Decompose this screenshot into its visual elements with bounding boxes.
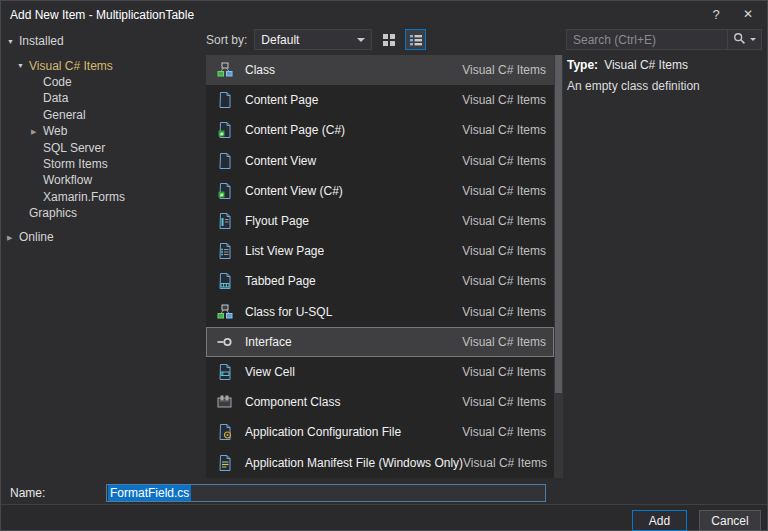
chevron-down-icon bbox=[357, 38, 365, 42]
button-bar: Add Cancel bbox=[1, 504, 767, 530]
template-item-group: Visual C# Items bbox=[462, 335, 546, 349]
sidebar-item[interactable]: SQL Server bbox=[3, 139, 203, 155]
sidebar-item[interactable]: Online bbox=[3, 229, 203, 245]
sort-dropdown[interactable]: Default bbox=[254, 29, 372, 50]
sidebar-item-label: Workflow bbox=[43, 173, 92, 187]
template-item-row[interactable]: # Content Page (C#) Visual C# Items bbox=[206, 115, 554, 145]
template-item-icon bbox=[216, 393, 234, 411]
template-item-row[interactable]: Application Manifest File (Windows Only)… bbox=[206, 447, 554, 477]
sidebar-item[interactable]: Xamarin.Forms bbox=[3, 189, 203, 205]
template-item-icon bbox=[216, 333, 234, 351]
dialog-title: Add New Item - MultiplicationTable bbox=[10, 8, 194, 22]
template-item-icon bbox=[216, 454, 234, 472]
template-item-row[interactable]: List View Page Visual C# Items bbox=[206, 236, 554, 266]
sidebar-item[interactable]: Graphics bbox=[3, 205, 203, 221]
template-item-row[interactable]: Flyout Page Visual C# Items bbox=[206, 206, 554, 236]
tree-expander-icon[interactable] bbox=[31, 128, 43, 135]
tree-expander-icon[interactable] bbox=[7, 234, 19, 241]
sidebar-item-label: Installed bbox=[19, 34, 64, 48]
small-icons-view-button[interactable] bbox=[378, 29, 399, 50]
template-item-row[interactable]: View Cell Visual C# Items bbox=[206, 357, 554, 387]
tree-expander-icon[interactable] bbox=[17, 62, 29, 69]
template-item-group: Visual C# Items bbox=[462, 305, 546, 319]
sidebar-item[interactable]: General bbox=[3, 107, 203, 123]
sidebar-item-label: Xamarin.Forms bbox=[43, 190, 125, 204]
sidebar-item[interactable]: Code bbox=[3, 74, 203, 90]
list-scrollbar[interactable] bbox=[554, 55, 563, 478]
template-item-group: Visual C# Items bbox=[462, 244, 546, 258]
type-label: Type: bbox=[567, 58, 598, 72]
cancel-button[interactable]: Cancel bbox=[699, 510, 761, 531]
template-item-group: Visual C# Items bbox=[462, 395, 546, 409]
template-item-icon bbox=[216, 423, 234, 441]
sort-dropdown-value: Default bbox=[261, 33, 299, 47]
name-label: Name: bbox=[10, 486, 45, 500]
template-list: Class Visual C# Items Content Page Visua… bbox=[206, 55, 554, 478]
add-button[interactable]: Add bbox=[632, 510, 687, 531]
template-item-icon bbox=[216, 91, 234, 109]
template-item-group: Visual C# Items bbox=[462, 214, 546, 228]
template-item-icon bbox=[216, 272, 234, 290]
template-item-group: Visual C# Items bbox=[462, 184, 546, 198]
template-item-group: Visual C# Items bbox=[462, 365, 546, 379]
sidebar-item-label: Code bbox=[43, 75, 72, 89]
search-icon-group[interactable] bbox=[727, 30, 761, 49]
template-item-row[interactable]: Class Visual C# Items bbox=[206, 55, 554, 85]
template-item-label: Content View (C#) bbox=[245, 184, 343, 198]
item-details-panel: Type:Visual C# Items An empty class defi… bbox=[567, 58, 763, 93]
add-new-item-dialog: Add New Item - MultiplicationTable ? ✕ I… bbox=[0, 0, 768, 531]
grid-view-icon bbox=[382, 33, 396, 47]
name-input[interactable]: FormatField.cs bbox=[106, 484, 546, 502]
list-view-icon bbox=[409, 33, 423, 47]
template-item-icon: # bbox=[216, 121, 234, 139]
template-item-row[interactable]: Interface Visual C# Items bbox=[206, 327, 554, 357]
template-item-row[interactable]: Tabbed Page Visual C# Items bbox=[206, 266, 554, 296]
template-item-row[interactable]: Component Class Visual C# Items bbox=[206, 387, 554, 417]
tree-expander-icon[interactable] bbox=[7, 38, 19, 45]
template-item-icon bbox=[216, 212, 234, 230]
template-item-icon bbox=[216, 363, 234, 381]
template-item-icon: # bbox=[216, 182, 234, 200]
sidebar-item[interactable]: Installed bbox=[3, 33, 203, 49]
item-description: An empty class definition bbox=[567, 79, 763, 93]
template-item-label: Content View bbox=[245, 154, 316, 168]
template-item-group: Visual C# Items bbox=[462, 274, 546, 288]
search-input[interactable]: Search (Ctrl+E) bbox=[566, 29, 762, 50]
sidebar-item[interactable]: Workflow bbox=[3, 172, 203, 188]
list-view-button[interactable] bbox=[405, 29, 426, 50]
titlebar: Add New Item - MultiplicationTable ? ✕ bbox=[1, 1, 767, 28]
help-button[interactable]: ? bbox=[701, 1, 731, 27]
chevron-down-icon bbox=[750, 38, 756, 41]
template-item-label: Component Class bbox=[245, 395, 340, 409]
sidebar-item[interactable]: Visual C# Items bbox=[3, 57, 203, 73]
sidebar-item[interactable]: Data bbox=[3, 90, 203, 106]
sidebar-item-label: Storm Items bbox=[43, 157, 108, 171]
template-item-icon bbox=[216, 61, 234, 79]
template-item-label: Class bbox=[245, 63, 275, 77]
close-button[interactable]: ✕ bbox=[733, 1, 763, 27]
sort-by-label: Sort by: bbox=[206, 33, 247, 47]
sidebar-item-label: General bbox=[43, 108, 86, 122]
template-item-group: Visual C# Items bbox=[463, 456, 547, 470]
sidebar-item[interactable]: Storm Items bbox=[3, 156, 203, 172]
template-item-row[interactable]: Application Configuration File Visual C#… bbox=[206, 417, 554, 447]
template-item-label: Flyout Page bbox=[245, 214, 309, 228]
sidebar-item-label: Data bbox=[43, 91, 68, 105]
category-tree: Installed Visual C# Items Code Data Gene… bbox=[3, 33, 203, 478]
template-item-row[interactable]: Content Page Visual C# Items bbox=[206, 85, 554, 115]
scrollbar-thumb[interactable] bbox=[555, 55, 562, 393]
name-row: Name: FormatField.cs bbox=[1, 482, 767, 504]
sidebar-item[interactable]: Web bbox=[3, 123, 203, 139]
sidebar-item-label: Web bbox=[43, 124, 67, 138]
sidebar-item-label: SQL Server bbox=[43, 141, 105, 155]
template-item-label: Application Configuration File bbox=[245, 425, 401, 439]
template-item-label: Tabbed Page bbox=[245, 274, 316, 288]
template-item-icon bbox=[216, 242, 234, 260]
template-item-row[interactable]: # Content View (C#) Visual C# Items bbox=[206, 176, 554, 206]
template-item-group: Visual C# Items bbox=[462, 93, 546, 107]
template-item-row[interactable]: Class for U-SQL Visual C# Items bbox=[206, 297, 554, 327]
template-item-row[interactable]: Content View Visual C# Items bbox=[206, 146, 554, 176]
sidebar-item-label: Graphics bbox=[29, 206, 77, 220]
type-line: Type:Visual C# Items bbox=[567, 58, 763, 72]
template-item-label: Class for U-SQL bbox=[245, 305, 332, 319]
